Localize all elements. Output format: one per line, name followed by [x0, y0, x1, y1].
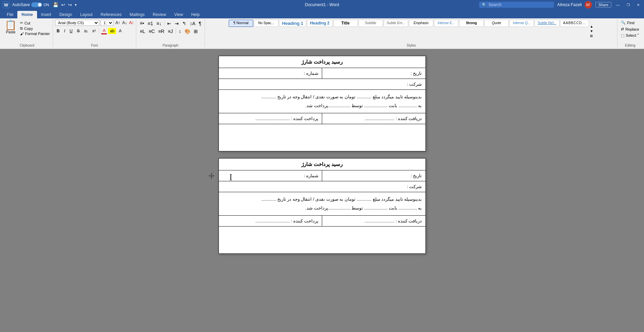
ribbon-group-styles: ¶ Normal No Spac... Heading 1 Heading 2 … — [205, 19, 617, 48]
tab-help[interactable]: Help — [187, 11, 204, 18]
find-button[interactable]: 🔍 Find — [620, 20, 641, 26]
receipt-table-2: رسید پرداخت شارژ تاریخ : شماره : شرکت : … — [219, 158, 426, 254]
styles-expand[interactable]: ⊞ — [590, 34, 594, 38]
style-subtitle[interactable]: Subtitle — [359, 20, 383, 27]
style-subtle-em[interactable]: Subtle Em... — [384, 20, 408, 27]
align-center-btn[interactable]: ≡C — [147, 28, 156, 35]
word-icon: W — [3, 1, 10, 8]
highlight-btn[interactable]: ab — [108, 28, 116, 34]
styles-scroll-down[interactable]: ▼ — [590, 29, 594, 33]
font-grow-btn[interactable]: A↑ — [115, 20, 121, 25]
style-intense-e[interactable]: Intense E... — [434, 20, 458, 27]
styles-scroll-up[interactable]: ▲ — [590, 24, 594, 29]
font-label: Font — [91, 44, 98, 47]
copy-label: Copy — [24, 27, 33, 31]
italic-btn[interactable]: I — [62, 28, 67, 34]
justify-btn[interactable]: ≡J — [167, 28, 174, 35]
paste-button[interactable]: 📋 Paste — [3, 20, 18, 36]
tab-references[interactable]: References — [97, 11, 125, 18]
move-cursor: ✛ — [208, 172, 214, 181]
select-button[interactable]: ⬚ Select ˅ — [620, 33, 641, 38]
numbering-btn[interactable]: ≡1 — [146, 20, 154, 27]
receipt-header-row-2: تاریخ : شماره : — [219, 170, 425, 181]
style-aabbccd[interactable]: AABBCCD... — [560, 20, 589, 27]
font-size-select[interactable]: 11 — [101, 20, 114, 26]
receiver-label-1: دریافت کننده : — [396, 116, 422, 121]
style-heading1[interactable]: Heading 1 — [279, 20, 306, 27]
page-2[interactable]: ✛ I رسید پرداخت شارژ تاریخ : شماره : شرک… — [219, 158, 426, 254]
clear-format-btn[interactable]: A⃝ — [128, 20, 134, 25]
format-painter-icon: 🖌 — [20, 32, 24, 36]
copy-button[interactable]: ⧉ Copy — [19, 26, 51, 31]
tab-review[interactable]: Review — [149, 11, 170, 18]
line-spacing-btn[interactable]: ↕ — [177, 28, 182, 35]
strikethrough-btn[interactable]: S — [75, 28, 81, 34]
align-right-btn[interactable]: ≡R — [157, 28, 166, 35]
close-btn[interactable]: ✕ — [635, 2, 641, 8]
body-cell-2: بدینوسیله تایید میگردد مبلغ ............… — [219, 192, 425, 216]
rtl-btn[interactable]: ↰ — [181, 20, 188, 27]
receipt-company-row-2: شرکت : — [219, 181, 425, 192]
format-painter-label: Format Painter — [25, 32, 50, 36]
replace-button[interactable]: ⇄ Replace — [620, 26, 641, 32]
undo-btn[interactable]: ↩ — [60, 2, 66, 7]
tab-view[interactable]: View — [170, 11, 187, 18]
style-no-space[interactable]: No Spac... — [254, 20, 278, 27]
tab-insert[interactable]: Insert — [37, 11, 55, 18]
bold-btn[interactable]: B — [55, 28, 62, 34]
style-emphasis[interactable]: Emphasis — [409, 20, 433, 27]
borders-btn[interactable]: ⊞ — [192, 28, 199, 35]
text-shade-btn[interactable]: A — [117, 28, 123, 34]
sort-btn[interactable]: ↕A — [188, 20, 196, 27]
tab-file[interactable]: File — [3, 11, 17, 18]
share-label[interactable]: Share — [595, 2, 611, 7]
clipboard-small-btns: ✂ Cut ⧉ Copy 🖌 Format Painter — [19, 20, 51, 36]
style-subtle-ref[interactable]: Subtle Ref... — [535, 20, 559, 27]
autosave-label: AutoSave — [12, 2, 30, 7]
clipboard-label: Clipboard — [20, 44, 34, 47]
document-area: رسید پرداخت شارژ تاریخ : شماره : شرکت : … — [0, 49, 644, 332]
underline-btn[interactable]: U — [68, 28, 74, 34]
receipt-title-2: رسید پرداخت شارژ — [219, 159, 425, 170]
search-placeholder: Search — [489, 2, 502, 7]
share-area: Share — [595, 2, 611, 7]
subscript-btn[interactable]: x₂ — [82, 28, 89, 34]
receipt-signature-row-2: دریافت کننده : ........................ … — [219, 216, 425, 227]
redo-btn[interactable]: ↪ — [67, 2, 73, 7]
document-title: Document1 - Word — [305, 2, 339, 7]
style-quote[interactable]: Quote — [484, 20, 509, 27]
shading-btn[interactable]: 🎨 — [183, 28, 192, 35]
autosave-toggle[interactable] — [31, 2, 42, 7]
title-bar: W AutoSave ON 💾 ↩ ↪ ▾ Document1 - Word 🔍… — [0, 0, 644, 10]
restore-btn[interactable]: ❐ — [625, 2, 631, 8]
bullets-btn[interactable]: ≡⦁ — [138, 20, 145, 27]
style-heading2[interactable]: Heading 2 — [307, 20, 332, 27]
multilevel-btn[interactable]: ≡↓ — [155, 20, 163, 27]
font-family-select[interactable]: Arial (Body CS) — [55, 20, 99, 26]
style-title[interactable]: Title — [333, 20, 358, 27]
superscript-btn[interactable]: x² — [90, 28, 97, 34]
search-bar[interactable]: 🔍 Search — [479, 2, 554, 8]
cut-button[interactable]: ✂ Cut — [19, 20, 51, 26]
format-painter-button[interactable]: 🖌 Format Painter — [19, 31, 51, 36]
customize-btn[interactable]: ▾ — [74, 3, 77, 7]
number-label-2: شماره : — [304, 173, 318, 178]
increase-indent-btn[interactable]: ⇥ — [173, 20, 180, 27]
style-normal[interactable]: ¶ Normal — [229, 20, 253, 27]
search-icon: 🔍 — [482, 3, 487, 7]
tab-home[interactable]: Home — [17, 11, 37, 18]
text-color-btn[interactable]: A — [101, 28, 107, 34]
font-shrink-btn[interactable]: A↓ — [122, 20, 128, 25]
save-btn[interactable]: 💾 — [52, 2, 59, 7]
decrease-indent-btn[interactable]: ⇤ — [166, 20, 173, 27]
page-1[interactable]: رسید پرداخت شارژ تاریخ : شماره : شرکت : … — [219, 56, 426, 151]
date-cell-1: تاریخ : — [322, 68, 426, 79]
style-intense-q[interactable]: Intense Q... — [509, 20, 534, 27]
tab-mailings[interactable]: Mailings — [125, 11, 149, 18]
tab-design[interactable]: Design — [55, 11, 76, 18]
style-strong[interactable]: Strong — [459, 20, 484, 27]
pilcrow-btn[interactable]: ¶ — [197, 20, 203, 27]
minimize-btn[interactable]: — — [615, 2, 621, 8]
tab-layout[interactable]: Layout — [76, 11, 97, 18]
align-left-btn[interactable]: ≡L — [138, 28, 146, 35]
